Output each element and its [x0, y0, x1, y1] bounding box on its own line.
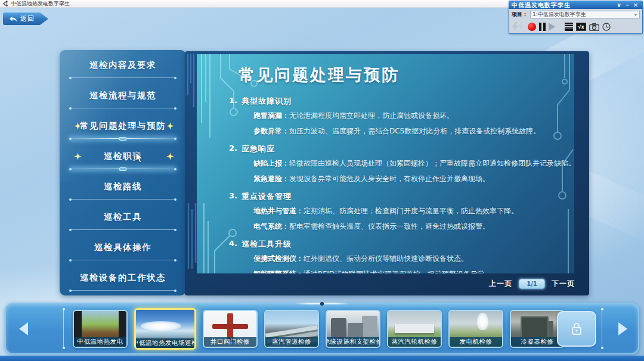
sidebar-item-label: 巡检内容及要求	[89, 60, 156, 71]
slide-body: 1.典型故障识别 跑冒滴漏：无论泄漏程度均需立即处理，防止腐蚀或设备损坏。 参数…	[197, 91, 574, 273]
thumbnail-label: 蒸汽汽轮机检修	[388, 337, 441, 347]
recorder-panel-titlebar[interactable]: 中低温发电数字孪生 ∨ – ✕	[509, 1, 642, 9]
sidebar-item-label: 巡检工具	[104, 211, 142, 223]
thumbnail-label: 冷凝器检修	[511, 337, 564, 347]
content-slide: 常见问题处理与预防 1.典型故障识别 跑冒滴漏：无论泄漏程度均需立即处理，防止腐…	[197, 54, 574, 273]
frame-decoration	[186, 54, 197, 125]
item-label: 紧急避险：	[253, 171, 289, 186]
sidebar-item-inspection-route[interactable]: 巡检路线	[60, 172, 186, 202]
sidebar-item-equipment-status[interactable]: 巡检设备的工作状态	[60, 263, 186, 293]
sidebar-item-inspection-tools[interactable]: 巡检工具	[60, 202, 186, 232]
section-heading: 巡检工具升级	[242, 239, 292, 250]
recorder-panel: 中低温发电数字孪生 ∨ – ✕ 项目： 1:中低温发电数字孪生 √x	[509, 1, 643, 34]
item-label: 便携式检测仪：	[253, 251, 304, 266]
thumbnail-list: 中低温地热发电 中低温地热发电场巡检 井口阀门检修 蒸汽管道检修 绝缘设施和支架…	[73, 304, 563, 353]
thumbnail-generator[interactable]: 发电机检修	[448, 310, 503, 348]
thumbnail-label: 井口阀门检修	[204, 337, 256, 347]
section-heading: 典型故障识别	[242, 96, 292, 107]
carousel-divider	[602, 309, 602, 348]
thumbnail-label: 发电机检修	[450, 337, 502, 347]
divider-knob	[119, 167, 127, 171]
diamond-icon	[166, 122, 174, 130]
item-text: 红外测温仪、振动分析仪等辅助快速诊断设备状态。	[304, 251, 468, 266]
pause-button[interactable]	[539, 23, 546, 31]
prev-page-button[interactable]: 上一页	[489, 279, 512, 289]
item-text: 无论泄漏程度均需立即处理，防止腐蚀或设备损坏。	[289, 108, 454, 123]
lock-icon	[571, 322, 583, 335]
scene-carousel: 中低温地热发电 中低温地热发电场巡检 井口阀门检修 蒸汽管道检修 绝缘设施和支架…	[5, 303, 639, 354]
thumbnail-plant-inspection[interactable]: 中低温地热发电场巡检	[134, 308, 196, 350]
sidebar-item-label: 巡检流程与规范	[89, 90, 156, 101]
section-number: 2.	[222, 144, 237, 154]
diamond-icon	[74, 153, 82, 160]
sidebar-item-label: 常见问题处理与预防	[80, 120, 166, 132]
sidebar-item-inspection-process[interactable]: 巡检流程与规范	[60, 80, 186, 111]
item-text: 配电室需检查触头温度、仪表指示一致性，避免过热或误报警。	[289, 219, 490, 234]
thumbnail-label: 中低温地热发电	[74, 337, 126, 347]
project-label: 项目：	[512, 11, 528, 18]
carousel-divider	[63, 309, 64, 348]
diamond-icon	[166, 153, 174, 160]
section-heading: 重点设备管理	[242, 191, 292, 202]
carousel-left-arrow[interactable]	[19, 322, 28, 335]
page-indicator[interactable]: 1/1	[519, 279, 545, 289]
thumbnail-steam-pipeline[interactable]: 蒸汽管道检修	[264, 310, 319, 348]
item-text: 发现设备异常可能危及人身安全时，有权停止作业并撤离现场。	[289, 171, 490, 186]
carousel-right-arrow[interactable]	[618, 322, 627, 335]
clock-icon[interactable]	[602, 23, 611, 31]
back-arrow-icon	[9, 15, 17, 23]
divider-knob	[119, 137, 127, 141]
item-label: 电气系统：	[253, 219, 289, 234]
section-heading: 应急响应	[242, 144, 275, 154]
item-label: 智能预警系统：	[253, 266, 304, 273]
pagination: 上一页 1/1 下一页	[489, 279, 575, 289]
app-logo-icon	[2, 1, 8, 7]
lock-button[interactable]	[557, 311, 596, 347]
thumbnail-insulation-support[interactable]: 绝缘设施和支架检修	[326, 310, 380, 348]
sidebar-item-label: 巡检设备的工作状态	[80, 272, 166, 284]
chevron-down-icon	[634, 14, 637, 16]
bottom-bar	[0, 356, 644, 361]
item-text: 定期清垢、防腐处理；检查阀门开度与流量平衡，防止热效率下降。	[304, 203, 518, 219]
item-label: 缺陷上报：	[253, 155, 289, 171]
thumbnail-geothermal-power[interactable]: 中低温地热发电	[73, 310, 128, 348]
lightning-icon[interactable]	[512, 22, 525, 32]
item-label: 地热井与管道：	[253, 203, 304, 219]
project-dropdown-value: 1:中低温发电数字孪生	[532, 11, 634, 18]
item-label: 参数异常：	[253, 123, 289, 139]
content-panel: 常见问题处理与预防 1.典型故障识别 跑冒滴漏：无论泄漏程度均需立即处理，防止腐…	[185, 51, 589, 295]
sidebar-item-common-problems[interactable]: 常见问题处理与预防	[60, 111, 186, 141]
item-text: 如压力波动、温度骤升，需结合DCS数据对比分析，排查设备或控制系统故障。	[289, 123, 540, 139]
camera-icon[interactable]	[589, 23, 599, 31]
sidebar-item-inspection-content[interactable]: 巡检内容及要求	[60, 50, 186, 80]
section-number: 3.	[222, 191, 237, 202]
sidebar-item-label: 巡检路线	[104, 181, 142, 192]
sidebar-item-inspection-operations[interactable]: 巡检具体操作	[60, 232, 186, 263]
thumbnail-label: 中低温地热发电场巡检	[136, 338, 194, 348]
window-title: 中低温地热发电数字孪生	[11, 1, 70, 7]
formula-icon[interactable]: √x	[576, 23, 586, 31]
recorder-panel-title: 中低温发电数字孪生	[512, 2, 615, 9]
section-number: 1.	[222, 96, 237, 107]
item-text: 通过RFID或物联网技术实现远程监控，提前预警设备异常。	[304, 266, 492, 273]
section-number: 4.	[222, 239, 237, 250]
play-button[interactable]	[549, 23, 555, 31]
thumbnail-label: 绝缘设施和支架检修	[327, 337, 379, 347]
thumbnail-wellhead-valve[interactable]: 井口阀门检修	[203, 310, 258, 348]
sidebar-item-inspection-duties[interactable]: 巡检职责	[60, 141, 186, 172]
collapse-button[interactable]: ∨	[615, 2, 623, 9]
project-dropdown[interactable]: 1:中低温发电数字孪生	[530, 11, 640, 18]
next-page-button[interactable]: 下一页	[552, 279, 575, 289]
close-button[interactable]: ✕	[631, 2, 640, 9]
back-button[interactable]: 返回	[3, 13, 48, 25]
thumbnail-steam-turbine[interactable]: 蒸汽汽轮机检修	[387, 310, 442, 348]
item-text: 轻微故障由巡检人员现场处理（如紧固螺栓）；严重故障需立即通知检修团队并记录缺陷。	[289, 155, 574, 171]
slide-title: 常见问题处理与预防	[239, 64, 400, 86]
record-button[interactable]	[528, 23, 536, 31]
minimize-button[interactable]: –	[623, 2, 631, 9]
thumbnail-label: 蒸汽管道检修	[265, 337, 318, 347]
list-icon[interactable]	[565, 22, 573, 32]
back-button-label: 返回	[20, 14, 35, 23]
lesson-sidebar: 巡检内容及要求 巡检流程与规范 常见问题处理与预防 巡检职责 巡检路线 巡检工具…	[60, 50, 186, 295]
sidebar-item-label: 巡检具体操作	[94, 242, 151, 253]
